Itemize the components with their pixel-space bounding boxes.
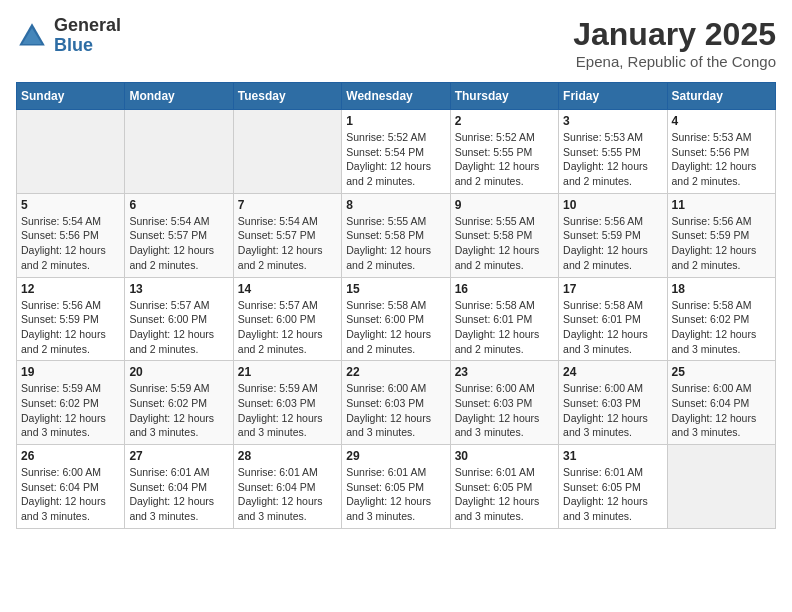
day-detail: Sunrise: 5:59 AM Sunset: 6:02 PM Dayligh… [21,382,106,438]
day-header-saturday: Saturday [667,83,775,110]
calendar-cell: 23Sunrise: 6:00 AM Sunset: 6:03 PM Dayli… [450,361,558,445]
day-number: 24 [563,365,662,379]
calendar-week-2: 5Sunrise: 5:54 AM Sunset: 5:56 PM Daylig… [17,193,776,277]
day-detail: Sunrise: 6:01 AM Sunset: 6:05 PM Dayligh… [346,466,431,522]
day-number: 4 [672,114,771,128]
day-detail: Sunrise: 5:52 AM Sunset: 5:54 PM Dayligh… [346,131,431,187]
day-detail: Sunrise: 5:59 AM Sunset: 6:03 PM Dayligh… [238,382,323,438]
day-header-thursday: Thursday [450,83,558,110]
page-header: General Blue January 2025 Epena, Republi… [16,16,776,70]
calendar-cell: 4Sunrise: 5:53 AM Sunset: 5:56 PM Daylig… [667,110,775,194]
day-number: 20 [129,365,228,379]
day-number: 28 [238,449,337,463]
day-header-wednesday: Wednesday [342,83,450,110]
calendar-cell: 22Sunrise: 6:00 AM Sunset: 6:03 PM Dayli… [342,361,450,445]
day-number: 12 [21,282,120,296]
calendar-week-5: 26Sunrise: 6:00 AM Sunset: 6:04 PM Dayli… [17,445,776,529]
calendar-cell: 2Sunrise: 5:52 AM Sunset: 5:55 PM Daylig… [450,110,558,194]
calendar-cell: 27Sunrise: 6:01 AM Sunset: 6:04 PM Dayli… [125,445,233,529]
calendar-cell: 7Sunrise: 5:54 AM Sunset: 5:57 PM Daylig… [233,193,341,277]
logo-text: General Blue [54,16,121,56]
calendar-cell: 15Sunrise: 5:58 AM Sunset: 6:00 PM Dayli… [342,277,450,361]
day-detail: Sunrise: 5:58 AM Sunset: 6:00 PM Dayligh… [346,299,431,355]
day-detail: Sunrise: 6:01 AM Sunset: 6:04 PM Dayligh… [238,466,323,522]
day-number: 26 [21,449,120,463]
calendar-cell: 12Sunrise: 5:56 AM Sunset: 5:59 PM Dayli… [17,277,125,361]
calendar-cell: 14Sunrise: 5:57 AM Sunset: 6:00 PM Dayli… [233,277,341,361]
day-detail: Sunrise: 5:58 AM Sunset: 6:02 PM Dayligh… [672,299,757,355]
day-number: 22 [346,365,445,379]
calendar-cell: 30Sunrise: 6:01 AM Sunset: 6:05 PM Dayli… [450,445,558,529]
day-number: 7 [238,198,337,212]
day-number: 23 [455,365,554,379]
calendar-cell: 26Sunrise: 6:00 AM Sunset: 6:04 PM Dayli… [17,445,125,529]
day-detail: Sunrise: 6:01 AM Sunset: 6:05 PM Dayligh… [455,466,540,522]
calendar-cell: 5Sunrise: 5:54 AM Sunset: 5:56 PM Daylig… [17,193,125,277]
day-detail: Sunrise: 5:54 AM Sunset: 5:57 PM Dayligh… [129,215,214,271]
day-detail: Sunrise: 5:58 AM Sunset: 6:01 PM Dayligh… [455,299,540,355]
calendar-cell: 29Sunrise: 6:01 AM Sunset: 6:05 PM Dayli… [342,445,450,529]
day-number: 14 [238,282,337,296]
day-number: 17 [563,282,662,296]
day-number: 21 [238,365,337,379]
calendar-cell [125,110,233,194]
day-number: 10 [563,198,662,212]
day-header-monday: Monday [125,83,233,110]
day-number: 30 [455,449,554,463]
calendar-cell: 6Sunrise: 5:54 AM Sunset: 5:57 PM Daylig… [125,193,233,277]
day-detail: Sunrise: 5:57 AM Sunset: 6:00 PM Dayligh… [238,299,323,355]
calendar-week-3: 12Sunrise: 5:56 AM Sunset: 5:59 PM Dayli… [17,277,776,361]
calendar-cell: 19Sunrise: 5:59 AM Sunset: 6:02 PM Dayli… [17,361,125,445]
day-number: 16 [455,282,554,296]
day-header-friday: Friday [559,83,667,110]
logo-general-text: General [54,16,121,36]
day-number: 5 [21,198,120,212]
calendar-cell [667,445,775,529]
day-detail: Sunrise: 5:56 AM Sunset: 5:59 PM Dayligh… [672,215,757,271]
day-number: 2 [455,114,554,128]
day-header-sunday: Sunday [17,83,125,110]
title-block: January 2025 Epena, Republic of the Cong… [573,16,776,70]
day-detail: Sunrise: 6:00 AM Sunset: 6:03 PM Dayligh… [455,382,540,438]
calendar-cell: 17Sunrise: 5:58 AM Sunset: 6:01 PM Dayli… [559,277,667,361]
day-detail: Sunrise: 5:53 AM Sunset: 5:56 PM Dayligh… [672,131,757,187]
day-detail: Sunrise: 5:54 AM Sunset: 5:56 PM Dayligh… [21,215,106,271]
day-detail: Sunrise: 5:54 AM Sunset: 5:57 PM Dayligh… [238,215,323,271]
day-number: 18 [672,282,771,296]
day-number: 31 [563,449,662,463]
day-detail: Sunrise: 6:00 AM Sunset: 6:04 PM Dayligh… [672,382,757,438]
calendar-table: SundayMondayTuesdayWednesdayThursdayFrid… [16,82,776,529]
calendar-cell: 13Sunrise: 5:57 AM Sunset: 6:00 PM Dayli… [125,277,233,361]
day-number: 29 [346,449,445,463]
calendar-cell: 24Sunrise: 6:00 AM Sunset: 6:03 PM Dayli… [559,361,667,445]
page-subtitle: Epena, Republic of the Congo [573,53,776,70]
calendar-cell: 25Sunrise: 6:00 AM Sunset: 6:04 PM Dayli… [667,361,775,445]
day-number: 8 [346,198,445,212]
day-detail: Sunrise: 5:55 AM Sunset: 5:58 PM Dayligh… [346,215,431,271]
calendar-cell: 8Sunrise: 5:55 AM Sunset: 5:58 PM Daylig… [342,193,450,277]
calendar-cell: 16Sunrise: 5:58 AM Sunset: 6:01 PM Dayli… [450,277,558,361]
calendar-cell: 21Sunrise: 5:59 AM Sunset: 6:03 PM Dayli… [233,361,341,445]
day-detail: Sunrise: 5:57 AM Sunset: 6:00 PM Dayligh… [129,299,214,355]
day-detail: Sunrise: 5:56 AM Sunset: 5:59 PM Dayligh… [563,215,648,271]
logo-blue-text: Blue [54,36,121,56]
calendar-cell: 3Sunrise: 5:53 AM Sunset: 5:55 PM Daylig… [559,110,667,194]
day-number: 19 [21,365,120,379]
day-detail: Sunrise: 6:01 AM Sunset: 6:04 PM Dayligh… [129,466,214,522]
day-detail: Sunrise: 5:56 AM Sunset: 5:59 PM Dayligh… [21,299,106,355]
day-detail: Sunrise: 6:00 AM Sunset: 6:03 PM Dayligh… [346,382,431,438]
day-header-tuesday: Tuesday [233,83,341,110]
calendar-cell: 1Sunrise: 5:52 AM Sunset: 5:54 PM Daylig… [342,110,450,194]
day-detail: Sunrise: 6:00 AM Sunset: 6:04 PM Dayligh… [21,466,106,522]
logo: General Blue [16,16,121,56]
calendar-week-4: 19Sunrise: 5:59 AM Sunset: 6:02 PM Dayli… [17,361,776,445]
day-number: 15 [346,282,445,296]
day-detail: Sunrise: 6:01 AM Sunset: 6:05 PM Dayligh… [563,466,648,522]
day-detail: Sunrise: 5:52 AM Sunset: 5:55 PM Dayligh… [455,131,540,187]
day-number: 27 [129,449,228,463]
day-number: 6 [129,198,228,212]
day-number: 11 [672,198,771,212]
calendar-cell [233,110,341,194]
day-detail: Sunrise: 5:58 AM Sunset: 6:01 PM Dayligh… [563,299,648,355]
calendar-cell: 20Sunrise: 5:59 AM Sunset: 6:02 PM Dayli… [125,361,233,445]
